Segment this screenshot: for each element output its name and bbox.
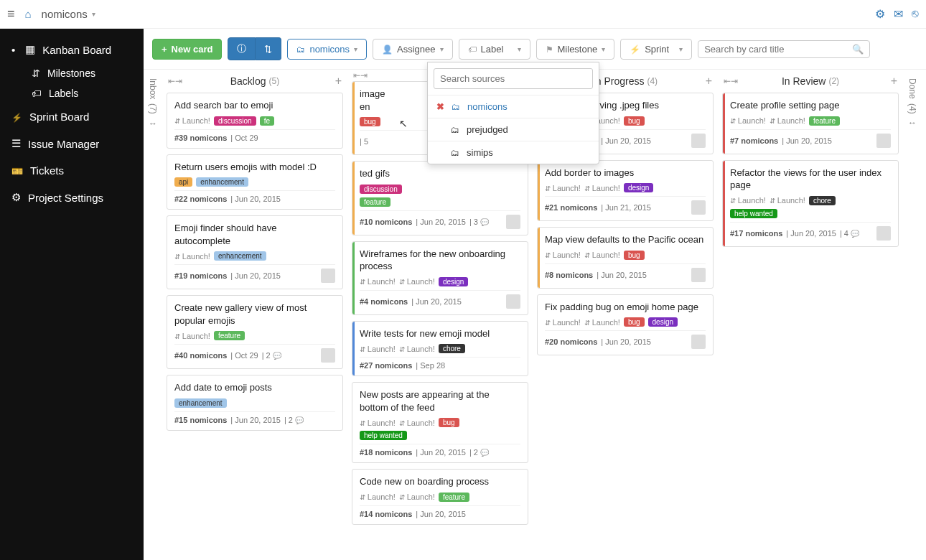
milestone-badge: Launch! — [545, 251, 581, 259]
search-input[interactable] — [704, 44, 852, 55]
kanban-card[interactable]: Code new on boarding processLaunch!Launc… — [352, 469, 528, 525]
sidebar-item-settings[interactable]: ⚙ Project Settings — [0, 184, 144, 211]
label-badge: fe — [260, 116, 274, 126]
repo-icon — [452, 101, 460, 112]
chevron-down-icon: ▾ — [92, 10, 95, 18]
priority-stripe — [538, 161, 540, 221]
sprint-filter-button[interactable]: Sprint ▾ — [620, 39, 692, 60]
assignee-filter-button[interactable]: Assignee ▾ — [373, 39, 452, 60]
info-button[interactable] — [228, 37, 256, 60]
kanban-card[interactable]: Write tests for new emoji modelLaunch!La… — [352, 321, 528, 377]
milestone-badge: Launch! — [584, 318, 620, 327]
expand-icon[interactable]: ↔ — [908, 118, 917, 128]
source-search-input[interactable] — [434, 68, 593, 89]
card-date: | Sep 28 — [416, 361, 445, 370]
expand-icon[interactable]: ↔ — [149, 118, 157, 129]
label-badge: help wanted — [730, 209, 777, 218]
collapse-icon[interactable]: ⇤⇥ — [168, 76, 182, 86]
sidebar-item-issues[interactable]: Issue Manager — [0, 130, 144, 157]
search-box[interactable] — [698, 40, 870, 58]
add-card-icon[interactable]: + — [891, 75, 897, 88]
new-card-button[interactable]: New card — [152, 39, 222, 60]
card-ref: #19 nomicons — [174, 271, 227, 280]
home-icon[interactable]: ⌂ — [25, 8, 32, 20]
list-icon — [11, 137, 21, 150]
comment-icon — [480, 448, 489, 457]
kanban-card[interactable]: Create profile setting pageLaunch!Launch… — [722, 93, 899, 154]
kanban-card[interactable]: Add border to imagesLaunch!Launch!design… — [537, 160, 714, 222]
option-label: nomicons — [467, 101, 508, 112]
kanban-card[interactable]: Refactor the views for the user index pa… — [722, 160, 899, 247]
card-title: Add date to emoji posts — [174, 381, 335, 394]
kanban-card[interactable]: New posts are appearing at the bottom of… — [352, 382, 528, 463]
collapse-icon[interactable]: ⇤⇥ — [724, 76, 738, 86]
filter-label: Assignee — [397, 44, 435, 55]
label-badge: bug — [360, 117, 380, 126]
priority-stripe — [352, 322, 355, 376]
repo-icon — [451, 147, 459, 158]
project-dropdown[interactable]: nomicons ▾ — [42, 8, 95, 20]
source-option-simips[interactable]: simips — [428, 141, 599, 164]
comment-icon — [273, 351, 281, 360]
milestone-badge: Launch! — [174, 252, 210, 261]
rail-label: Inbox — [148, 78, 158, 99]
sidebar-item-milestones[interactable]: ⇵ Milestones — [32, 63, 144, 83]
comment-icon — [295, 416, 304, 424]
collapse-icon[interactable]: ⇤⇥ — [353, 70, 368, 80]
done-rail[interactable]: Done (4) ↔ — [903, 70, 922, 553]
mail-icon[interactable] — [894, 7, 903, 21]
card-footer: #15 nomicons| Jun 20, 2015| 2 — [174, 411, 335, 424]
label-badge: bug — [624, 116, 645, 126]
card-comments: | 3 — [469, 218, 489, 226]
card-meta: Launch!Launch!chore — [360, 344, 520, 353]
card-meta: help wanted — [360, 431, 520, 440]
gear-icon[interactable] — [875, 7, 885, 21]
card-title: Refactor the views for the user index pa… — [730, 167, 891, 192]
source-filter-button[interactable]: nomicons ▾ — [287, 39, 367, 60]
card-title: Write tests for new emoji model — [360, 327, 520, 340]
remove-icon[interactable]: ✖ — [436, 101, 444, 112]
source-option-prejudged[interactable]: prejudged — [428, 118, 599, 141]
rail-label: Done — [907, 78, 917, 99]
kanban-card[interactable]: Add date to emoji postsenhancement#15 no… — [167, 375, 343, 431]
card-meta: Launch!Launch!bug — [545, 251, 706, 260]
kanban-card[interactable]: Fix padding bug on emoji home pageLaunch… — [537, 294, 714, 356]
inbox-rail[interactable]: Inbox (7) ↔ — [144, 70, 162, 553]
milestone-filter-button[interactable]: Milestone ▾ — [536, 39, 615, 60]
card-meta: Launch!Launch!bugdesign — [545, 317, 706, 327]
tag-icon — [468, 44, 477, 55]
card-meta: Launch!enhancement — [174, 251, 335, 261]
card-ref: #40 nomicons — [174, 351, 227, 360]
card-meta: Launch!discussionfe — [174, 116, 335, 126]
card-comments: | 2 — [284, 416, 304, 424]
card-meta: apienhancement — [174, 177, 335, 187]
source-option-nomicons[interactable]: ✖ nomicons — [428, 95, 599, 118]
kanban-card[interactable]: Map view defaults to the Pacific oceanLa… — [537, 227, 714, 289]
card-ref: #17 nomicons — [730, 229, 782, 238]
kanban-card[interactable]: Create new gallery view of most popular … — [167, 295, 343, 369]
add-card-icon[interactable]: + — [335, 75, 342, 88]
logout-icon[interactable] — [912, 7, 919, 21]
add-card-icon[interactable]: + — [706, 75, 712, 88]
card-ref: #18 nomicons — [360, 448, 412, 457]
label-filter-button[interactable]: Label ▾ — [459, 39, 530, 60]
menu-icon[interactable] — [7, 6, 15, 22]
label-badge: api — [174, 177, 192, 187]
compare-button[interactable] — [256, 37, 281, 60]
kanban-card[interactable]: ted gifsdiscussionfeature#10 nomicons| J… — [352, 161, 528, 235]
bolt-icon — [630, 44, 640, 55]
sidebar-item-kanban[interactable]: Kanban Board — [0, 36, 144, 63]
sidebar-item-sprint[interactable]: Sprint Board — [0, 103, 144, 130]
milestone-badge: Launch! — [584, 184, 620, 192]
kanban-card[interactable]: Return users emojis with model :Dapienha… — [167, 154, 343, 210]
card-title: Wireframes for the new onboarding proces… — [360, 248, 520, 273]
priority-stripe — [352, 162, 355, 235]
card-footer: #4 nomicons| Jun 20, 2015 — [360, 290, 520, 309]
kanban-card[interactable]: Wireframes for the new onboarding proces… — [352, 241, 528, 315]
sidebar-item-tickets[interactable]: Tickets — [0, 157, 144, 184]
kanban-card[interactable]: Emoji finder should have autocompleteLau… — [167, 215, 343, 289]
card-date: | Jun 20, 2015 — [416, 448, 466, 457]
card-ref: #8 nomicons — [545, 271, 593, 279]
sidebar-item-labels[interactable]: 🏷 Labels — [32, 83, 144, 103]
kanban-card[interactable]: Add search bar to emojiLaunch!discussion… — [167, 93, 343, 149]
